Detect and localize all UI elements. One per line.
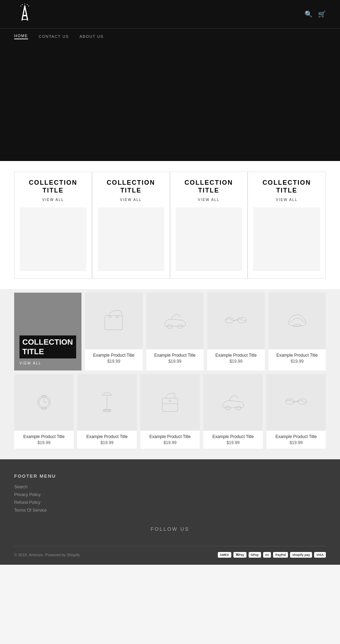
featured-grid-row2: Example Product Title $19.99 Example Pro… — [14, 374, 326, 449]
search-icon[interactable]: 🔍 — [305, 10, 312, 18]
collection-card-3: COLLECTION TITLE VIEW ALL — [170, 172, 248, 278]
product-info-r2-3: Example Product Title $19.99 — [140, 431, 200, 449]
footer-link-terms[interactable]: Terms Of Service — [14, 508, 326, 513]
product-image-r2-3 — [140, 374, 200, 431]
collection-card-4: COLLECTION TITLE VIEW ALL — [248, 172, 325, 278]
product-card-r1-2[interactable]: Example Product Title $19.99 — [146, 293, 204, 370]
product-image-r2-1 — [14, 374, 74, 431]
product-info-r1-3: Example Product Title $19.99 — [207, 349, 265, 367]
footer-link-privacy[interactable]: Privacy Policy — [14, 492, 326, 497]
svg-point-32 — [298, 399, 307, 404]
collection-image-4 — [253, 207, 320, 271]
product-card-r2-5[interactable]: Example Product Title $19.99 — [266, 374, 326, 449]
product-card-r1-1[interactable]: Example Product Title $19.99 — [85, 293, 143, 370]
product-price-r2-5: $19.99 — [269, 440, 323, 445]
product-price-r1-2: $19.99 — [149, 359, 201, 364]
footer-bottom: © 2018, Amenze. Powered by Shopify AMEX … — [14, 546, 326, 558]
footer-link-search[interactable]: Search — [14, 484, 326, 489]
product-card-r1-4[interactable]: Example Product Title $19.99 — [268, 293, 326, 370]
svg-point-14 — [238, 317, 246, 323]
product-title-r1-1: Example Product Title — [88, 353, 140, 358]
svg-point-11 — [167, 325, 172, 328]
svg-rect-16 — [294, 324, 301, 326]
featured-label-card: COLLECTION TITLE VIEW ALL — [14, 293, 81, 370]
payment-applepay: ⌘Pay — [233, 552, 246, 558]
svg-rect-8 — [105, 316, 123, 330]
featured-section: COLLECTION TITLE VIEW ALL Example Produc… — [0, 289, 340, 459]
logo[interactable] — [14, 4, 35, 25]
nav-item-home[interactable]: HOME — [14, 34, 28, 39]
product-title-r1-3: Example Product Title — [210, 353, 262, 358]
footer-menu-title: FOOTER MENU — [14, 473, 326, 479]
product-price-r2-2: $19.99 — [80, 440, 134, 445]
main-nav: HOME CONTACT US ABOUT US — [0, 28, 340, 44]
svg-point-10 — [116, 316, 118, 318]
payment-paypal: PayPal — [273, 552, 288, 558]
product-image-r2-4 — [203, 374, 263, 431]
product-card-r2-4[interactable]: Example Product Title $19.99 — [203, 374, 263, 449]
product-info-r2-5: Example Product Title $19.99 — [266, 431, 326, 449]
product-info-r1-4: Example Product Title $19.99 — [268, 349, 326, 367]
payment-master: ●● — [263, 552, 271, 558]
nav-item-about[interactable]: ABOUT US — [80, 34, 104, 39]
svg-point-29 — [225, 406, 231, 410]
product-image-r1-3 — [207, 293, 265, 349]
svg-point-30 — [236, 406, 241, 410]
product-image-r1-4 — [268, 293, 326, 349]
featured-grid-row1: COLLECTION TITLE VIEW ALL Example Produc… — [14, 293, 326, 370]
nav-item-contact[interactable]: CONTACT US — [39, 34, 69, 39]
collection-viewall-4[interactable]: VIEW ALL — [276, 198, 298, 202]
featured-viewall[interactable]: VIEW ALL — [19, 361, 76, 365]
product-info-r1-2: Example Product Title $19.99 — [146, 349, 204, 367]
collection-card-2: COLLECTION TITLE VIEW ALL — [92, 172, 170, 278]
cart-icon[interactable]: 🛒 — [318, 10, 326, 18]
svg-line-4 — [22, 4, 23, 5]
product-title-r1-4: Example Product Title — [271, 353, 323, 358]
payment-shopify: shopify pay — [290, 552, 312, 558]
payment-visa: VISA — [314, 552, 326, 558]
collection-title-3: COLLECTION TITLE — [176, 179, 242, 194]
collection-card-1: COLLECTION TITLE VIEW ALL — [15, 172, 92, 278]
footer: FOOTER MENU Search Privacy Policy Refund… — [0, 459, 340, 565]
product-card-r1-3[interactable]: Example Product Title $19.99 — [207, 293, 265, 370]
product-price-r2-3: $19.99 — [143, 440, 197, 445]
follow-section: FOLLOW US — [14, 516, 326, 539]
collection-image-3 — [176, 207, 242, 271]
collection-title-4: COLLECTION TITLE — [253, 179, 320, 194]
collection-image-1 — [20, 207, 86, 271]
collections-section: COLLECTION TITLE VIEW ALL COLLECTION TIT… — [0, 161, 340, 289]
product-card-r2-1[interactable]: Example Product Title $19.99 — [14, 374, 74, 449]
product-price-r2-1: $19.99 — [17, 440, 71, 445]
product-title-r1-2: Example Product Title — [149, 353, 201, 358]
header: 🔍 🛒 — [0, 0, 340, 28]
product-title-r2-4: Example Product Title — [206, 434, 260, 439]
collection-viewall-1[interactable]: VIEW ALL — [42, 198, 64, 202]
footer-menu: FOOTER MENU Search Privacy Policy Refund… — [14, 473, 326, 513]
product-info-r2-1: Example Product Title $19.99 — [14, 431, 74, 449]
product-title-r2-3: Example Product Title — [143, 434, 197, 439]
product-info-r1-1: Example Product Title $19.99 — [85, 349, 143, 367]
collection-viewall-2[interactable]: VIEW ALL — [120, 198, 142, 202]
product-price-r1-3: $19.99 — [210, 359, 262, 364]
svg-rect-26 — [162, 398, 178, 412]
collection-image-2 — [98, 207, 164, 271]
featured-collection-title: COLLECTION TITLE — [19, 335, 76, 358]
header-icons: 🔍 🛒 — [305, 10, 326, 18]
product-info-r2-4: Example Product Title $19.99 — [203, 431, 263, 449]
product-info-r2-2: Example Product Title $19.99 — [77, 431, 137, 449]
product-card-r2-2[interactable]: Example Product Title $19.99 — [77, 374, 137, 449]
collection-viewall-3[interactable]: VIEW ALL — [198, 198, 220, 202]
footer-link-refund[interactable]: Refund Policy — [14, 500, 326, 505]
product-price-r1-1: $19.99 — [88, 359, 140, 364]
product-image-r1-2 — [146, 293, 204, 349]
svg-line-3 — [27, 4, 28, 5]
copyright-text: © 2018, Amenze. Powered by Shopify — [14, 553, 80, 557]
svg-line-6 — [21, 6, 21, 6]
svg-point-9 — [109, 316, 111, 318]
payment-amex: AMEX — [218, 552, 231, 558]
product-image-r2-2 — [77, 374, 137, 431]
payment-gpay: GPay — [249, 552, 261, 558]
svg-line-5 — [28, 6, 29, 6]
product-card-r2-3[interactable]: Example Product Title $19.99 — [140, 374, 200, 449]
product-price-r2-4: $19.99 — [206, 440, 260, 445]
